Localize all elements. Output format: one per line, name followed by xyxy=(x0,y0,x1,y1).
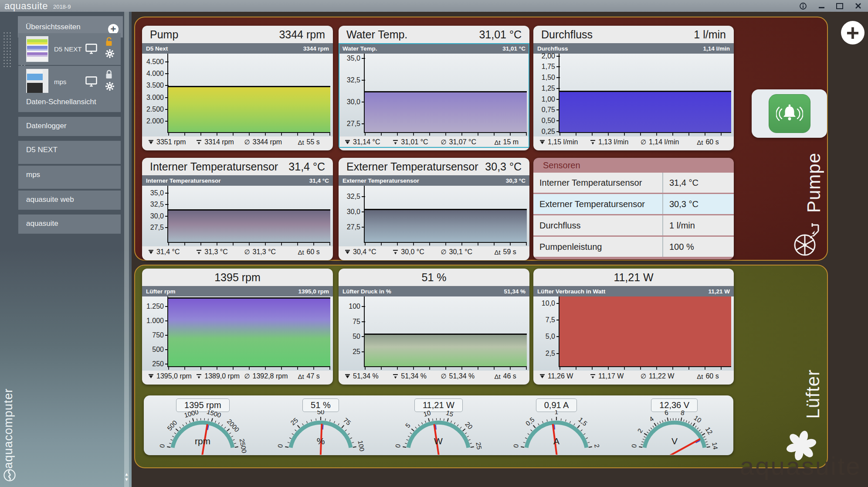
y-axis-tick-label: 30,0 xyxy=(339,98,360,106)
sidebar-item-d5-next[interactable]: D5 NEXT xyxy=(18,141,121,164)
chart-series-line xyxy=(168,209,330,211)
scroll-down-icon[interactable]: ▼ xyxy=(125,477,129,482)
aquacomputer-brand: aquacomputer xyxy=(2,372,15,469)
stat-min: 51,34 % xyxy=(393,372,441,380)
chart-card-pump[interactable]: Pump3344 rpmD5 Next3344 rpm4.5004.0003.5… xyxy=(142,26,333,150)
lock-closed-icon[interactable] xyxy=(105,69,113,82)
average-icon: ∅ xyxy=(641,372,646,380)
y-axis-tick-label: 2.000 xyxy=(142,117,164,125)
chart-series-line xyxy=(559,91,731,92)
average-icon: ∅ xyxy=(244,372,250,380)
delta-t-icon: Δt xyxy=(298,249,304,256)
chart-series-line xyxy=(365,334,527,335)
chart-widget[interactable]: Lüfter Verbrauch in Watt11,21 W10,07,55,… xyxy=(533,286,734,382)
y-axis-tick-label: 2,00 xyxy=(533,52,555,60)
chart-stats-row: 31,14 °C31,01 °C∅31,07 °CΔt15 m xyxy=(339,136,529,148)
chart-series-fill xyxy=(365,334,527,366)
maximize-icon[interactable] xyxy=(836,2,844,10)
chart-plot: 32,530,027,5 xyxy=(339,186,529,246)
close-icon[interactable] xyxy=(854,2,862,10)
chart-widget[interactable]: Lüfter Druck in %51,34 %10075502551,34 %… xyxy=(339,286,529,382)
gear-icon[interactable] xyxy=(105,49,115,60)
chart-widget[interactable]: Water Temp.31,01 °C35,032,530,027,531,14… xyxy=(339,43,529,148)
chart-header-strip: Lüfter rpm1395,0 rpm xyxy=(142,286,333,296)
alarm-button[interactable] xyxy=(752,89,827,138)
sidebar-scrollbar[interactable] xyxy=(124,12,129,487)
sidebar-item-aquasuite-web[interactable]: aquasuite web xyxy=(18,191,121,210)
delta-t-icon: Δt xyxy=(298,139,304,146)
sidebar-page-d5next[interactable]: D5 NEXT xyxy=(18,33,121,65)
y-axis-tick-label: 1,50 xyxy=(533,74,555,82)
stat-min: 3314 rpm xyxy=(196,138,244,146)
y-axis-tick-label: 250 xyxy=(142,360,164,368)
sensor-table[interactable]: Sensoren Interner Temperatursensor31,4 °… xyxy=(533,158,734,259)
sidebar-item-daten-schnellansicht[interactable]: Daten-Schnellansicht xyxy=(18,93,121,112)
chart-card-durchfluss[interactable]: Durchfluss1 l/minDurchfluss1,14 l/min2,0… xyxy=(533,26,734,150)
y-axis-tick-label: 35,0 xyxy=(142,189,164,197)
page-thumbnail[interactable] xyxy=(26,69,48,95)
chart-header-source: D5 Next xyxy=(146,45,168,52)
chart-widget[interactable]: Interner Temperatursensor31,4 °C35,032,5… xyxy=(142,175,333,258)
stat-max: 30,4 °C xyxy=(345,248,393,256)
y-axis-tick-label: 1,00 xyxy=(533,95,555,103)
sidebar-item-aquasuite[interactable]: aquasuite xyxy=(18,215,121,234)
stat-avg: ∅51,34 % xyxy=(441,372,494,380)
min-icon xyxy=(393,249,398,255)
chart-card-externer-sensor[interactable]: Externer Temperatursensor30,3 °CExterner… xyxy=(339,158,529,260)
page-thumbnail[interactable] xyxy=(26,36,48,62)
chart-card-fan-power-percent[interactable]: 51 %Lüfter Druck in %51,34 %10075502551,… xyxy=(339,269,529,385)
monitor-icon[interactable] xyxy=(85,44,97,56)
stat-dt-value: 60 s xyxy=(705,372,719,380)
sensor-table-row[interactable]: Interner Temperatursensor31,4 °C xyxy=(533,173,734,193)
chart-plot-area xyxy=(364,54,527,133)
sidebar-item-datenlogger[interactable]: Datenlogger xyxy=(18,117,121,136)
chart-plot: 35,032,530,027,5 xyxy=(142,186,333,246)
stat-dt-value: 15 m xyxy=(503,138,519,146)
delta-t-icon: Δt xyxy=(494,139,500,146)
max-icon xyxy=(148,374,154,379)
chart-title-row: 11,21 W xyxy=(533,269,734,286)
sensor-table-row[interactable]: Externer Temperatursensor30,3 °C xyxy=(533,194,734,214)
chart-widget[interactable]: Lüfter rpm1395,0 rpm1.2501.0007505002501… xyxy=(142,286,333,382)
chart-card-fan-watts[interactable]: 11,21 WLüfter Verbrauch in Watt11,21 W10… xyxy=(533,269,734,385)
stat-dt: Δt55 s xyxy=(298,138,333,146)
average-icon: ∅ xyxy=(441,248,446,256)
y-axis-tick-label: 27,5 xyxy=(339,120,360,128)
gauge-W: 11,21 W0510152025W xyxy=(380,395,498,455)
gauge-scale-label: 12 xyxy=(704,426,714,436)
gauge-scale-label: 1 xyxy=(555,410,558,415)
sensor-table-row[interactable]: Pumpenleistung100 % xyxy=(533,237,734,257)
add-widget-button[interactable]: + xyxy=(841,21,865,44)
minimize-icon[interactable] xyxy=(817,2,825,10)
info-icon[interactable] xyxy=(799,2,807,10)
stat-max: 31,4 °C xyxy=(148,248,196,256)
min-icon xyxy=(196,140,202,145)
stat-dt: Δt60 s xyxy=(697,372,734,380)
chart-header-strip: Lüfter Verbrauch in Watt11,21 W xyxy=(533,286,734,296)
gear-icon[interactable] xyxy=(105,82,115,93)
chart-widget[interactable]: Externer Temperatursensor30,3 °C32,530,0… xyxy=(339,175,529,258)
chart-header-strip: Externer Temperatursensor30,3 °C xyxy=(339,175,529,186)
alarm-bell-icon xyxy=(769,94,810,133)
gauge-scale-label: 15 xyxy=(445,410,454,418)
sensor-name: Durchfluss xyxy=(533,221,662,231)
y-axis-tick-label: 2.500 xyxy=(142,106,164,113)
sensor-table-title: Sensoren xyxy=(533,158,734,173)
chart-series-fill xyxy=(168,298,330,366)
chart-current-value: 1 l/min xyxy=(694,28,726,41)
stat-max: 3351 rpm xyxy=(148,138,196,146)
chart-widget[interactable]: Durchfluss1,14 l/min2,001,751,501,251,00… xyxy=(533,43,734,148)
chart-widget[interactable]: D5 Next3344 rpm4.5004.0003.5003.0002.500… xyxy=(142,43,333,148)
chart-card-interner-sensor[interactable]: Interner Temperatursensor31,4 °CInterner… xyxy=(142,158,333,260)
lock-open-icon[interactable] xyxy=(105,37,113,49)
scroll-up-icon[interactable]: ▲ xyxy=(125,472,129,477)
chart-card-fan-rpm[interactable]: 1395 rpmLüfter rpm1395,0 rpm1.2501.00075… xyxy=(142,269,333,385)
chart-stats-row: 11,26 W11,17 W∅11,22 WΔt60 s xyxy=(533,371,734,382)
average-icon: ∅ xyxy=(244,138,250,146)
monitor-icon[interactable] xyxy=(85,76,97,89)
max-icon xyxy=(148,140,154,145)
sidebar-item-mps[interactable]: mps xyxy=(18,166,121,189)
sensor-table-row[interactable]: Durchfluss1 l/min xyxy=(533,215,734,235)
chart-card-water-temp[interactable]: Water Temp.31,01 °CWater Temp.31,01 °C35… xyxy=(339,26,529,150)
chart-series-line xyxy=(365,209,527,210)
